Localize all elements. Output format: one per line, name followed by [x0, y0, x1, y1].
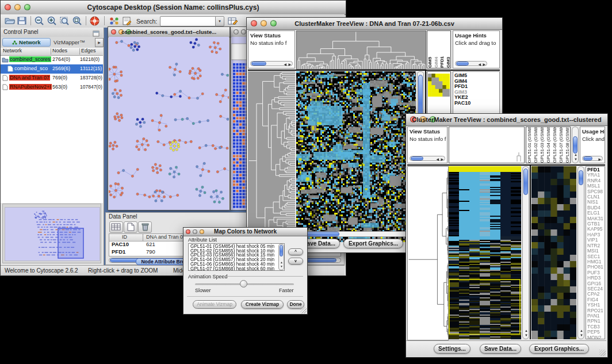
view-status-title: View Status: [248, 31, 294, 39]
heatmap-hscrollbar[interactable]: [296, 231, 416, 237]
usage-hints-text: Click and drag to: [453, 39, 499, 46]
settings-button[interactable]: Settings...: [434, 344, 471, 354]
scroll-down-icon[interactable]: ▼: [280, 264, 283, 269]
scroll-down-icon[interactable]: ▼: [574, 157, 577, 162]
export-graphics-button[interactable]: Export Graphics...: [343, 239, 403, 248]
row-id: PAC10: [112, 241, 129, 247]
heatmap-canvas[interactable]: [296, 71, 416, 242]
scroll-right-icon[interactable]: ▶: [598, 157, 601, 162]
zoom-selected-icon[interactable]: [72, 16, 83, 26]
select-attributes-icon[interactable]: [109, 221, 123, 233]
vizmapper-nodes-icon[interactable]: [109, 16, 120, 26]
attribute-list-scrollbar[interactable]: ▲ ▼: [278, 244, 284, 270]
dialog-titlebar[interactable]: Map Colors to Network: [183, 228, 307, 236]
annotation-icon[interactable]: [121, 16, 133, 26]
row-dendrogram-canvas[interactable]: [248, 71, 295, 242]
scroll-down-icon[interactable]: ▼: [525, 333, 528, 338]
create-vizmap-button[interactable]: Create Vizmap: [241, 300, 284, 309]
new-attribute-icon[interactable]: [124, 221, 137, 233]
scroll-left-icon[interactable]: ◀: [284, 62, 286, 67]
gene-label[interactable]: MON2: [586, 335, 605, 339]
divider: [530, 164, 531, 339]
gene-labels-panel: PFD1YRA1RNR4MSL1SPC98CLN1NIS1BUD4ELG1MAK…: [586, 166, 605, 339]
move-down-button[interactable]: v: [288, 258, 303, 265]
view-status-text: No status info f: [248, 39, 294, 46]
tab-overflow-button[interactable]: ▶: [95, 38, 104, 47]
usage-hints-panel: Usage Hints Click and drag to ◀ ▶: [453, 30, 500, 68]
attribute-item[interactable]: GPL51-07 (GSM868) heat shock 60 min: [190, 267, 284, 271]
col-nodes[interactable]: Nodes: [52, 48, 67, 53]
zoom-heatmap-canvas[interactable]: [531, 166, 576, 339]
treeview1-titlebar[interactable]: ClusterMaker TreeView : DNA and Tran 07-…: [247, 18, 502, 30]
resize-grip[interactable]: [599, 350, 606, 356]
network-name: combined_scores: [9, 56, 51, 62]
column-label: GPL51-06 (GSM865): [552, 127, 558, 163]
network-overview-canvas[interactable]: [5, 207, 100, 261]
scroll-down-icon[interactable]: ▼: [580, 333, 583, 338]
scroll-up-icon[interactable]: ▲: [580, 328, 583, 333]
column-label: GPL51-02 (GSM855): [533, 127, 539, 163]
table-row[interactable]: RNAPuberNov2+I 563(0) 107847(0): [1, 83, 103, 92]
scroll-left-icon[interactable]: ◀: [478, 62, 481, 67]
animation-slider-thumb[interactable]: [240, 280, 247, 288]
treeview2-titlebar[interactable]: ClusterMaker TreeView : combined_scores_…: [406, 114, 607, 126]
view-status-scrollbar[interactable]: ◀ ▶: [410, 156, 445, 161]
scroll-right-icon[interactable]: ▶: [441, 157, 443, 162]
col-network[interactable]: Network: [3, 48, 22, 53]
usage-hints-scrollbar[interactable]: ▶: [582, 156, 603, 161]
heatmap-vscrollbar[interactable]: ▲ ▼: [522, 166, 529, 339]
row-dendrogram-canvas[interactable]: [407, 166, 449, 340]
open-file-icon[interactable]: [4, 16, 16, 26]
similarity-matrix-canvas[interactable]: [428, 74, 450, 97]
column-label: GPL51-01 (GSM854): [526, 127, 533, 163]
network-view-window: combined_scores_good.txt--cluste...: [108, 26, 230, 210]
search-dropdown-icon[interactable]: ▼: [215, 16, 224, 26]
zoom-vscrollbar[interactable]: ▲ ▼: [577, 166, 584, 339]
zoom-fit-icon[interactable]: [59, 16, 71, 26]
scroll-up-icon[interactable]: ▲: [574, 152, 577, 157]
animate-vizmap-button[interactable]: Animate Vizmap: [193, 300, 236, 309]
network-edges: 107847(0): [80, 84, 102, 90]
zoom-in-icon[interactable]: [47, 16, 58, 26]
table-row[interactable]: combined_scores 2764(0) 16218(0): [1, 55, 103, 64]
minimize-icon[interactable]: [241, 29, 246, 35]
column-dendrogram-canvas[interactable]: [296, 30, 426, 70]
column-labels-vscrollbar[interactable]: ▲ ▼: [572, 127, 579, 163]
save-icon[interactable]: [17, 16, 28, 26]
network-canvas[interactable]: [109, 37, 229, 210]
row-id: PFD1: [112, 248, 125, 255]
close-icon[interactable]: [234, 29, 239, 35]
delete-attribute-trash-icon[interactable]: [138, 221, 152, 233]
usage-hints-scrollbar[interactable]: ◀ ▶: [455, 61, 487, 66]
attribute-list[interactable]: GPL51-01 (GSM854) heat shock 05 minGPL51…: [188, 243, 285, 271]
table-edit-icon[interactable]: [227, 16, 239, 26]
col-edges[interactable]: Edges: [81, 48, 96, 53]
view-status-scrollbar[interactable]: ◀ ▶: [250, 61, 293, 66]
gene-label[interactable]: PAC10: [453, 101, 499, 106]
control-panel: Control Panel Network VizMapper™ ▶ Netwo…: [1, 28, 104, 265]
tab-vizmapper[interactable]: VizMapper™: [53, 39, 85, 45]
group-divider: [224, 276, 303, 277]
column-tree-panel[interactable]: [449, 127, 525, 163]
main-titlebar[interactable]: Cytoscape Desktop (Session Name: collins…: [1, 1, 346, 15]
heatmap-canvas[interactable]: [449, 166, 521, 339]
scroll-right-icon[interactable]: ▶: [483, 62, 485, 67]
id-column-header[interactable]: ID: [122, 234, 127, 240]
usage-hints-title: Usage Hints: [580, 127, 605, 135]
help-lifering-icon[interactable]: [89, 16, 101, 26]
search-input[interactable]: [160, 16, 216, 26]
column-label: GPL51-04 (GSM857): [545, 127, 552, 163]
move-up-button[interactable]: ^: [288, 248, 303, 255]
scroll-left-icon[interactable]: ◀: [436, 157, 439, 162]
scroll-up-icon[interactable]: ▲: [525, 328, 528, 333]
save-data-button[interactable]: Save Data...: [480, 344, 521, 354]
scroll-right-icon[interactable]: ▶: [288, 62, 291, 67]
zoom-out-icon[interactable]: [34, 16, 45, 26]
tab-network[interactable]: Network: [2, 38, 51, 47]
export-graphics-button[interactable]: Export Graphics...: [529, 344, 589, 354]
table-row-selected[interactable]: combined_sco 2569(6) 13112(15): [1, 64, 103, 74]
table-row[interactable]: DNA and Tran 07 769(0) 183728(0): [1, 74, 103, 83]
resize-grip[interactable]: [300, 307, 307, 313]
treeview1-title: ClusterMaker TreeView : DNA and Tran 07-…: [247, 18, 502, 29]
network-view-titlebar[interactable]: combined_scores_good.txt--cluste...: [108, 27, 230, 37]
